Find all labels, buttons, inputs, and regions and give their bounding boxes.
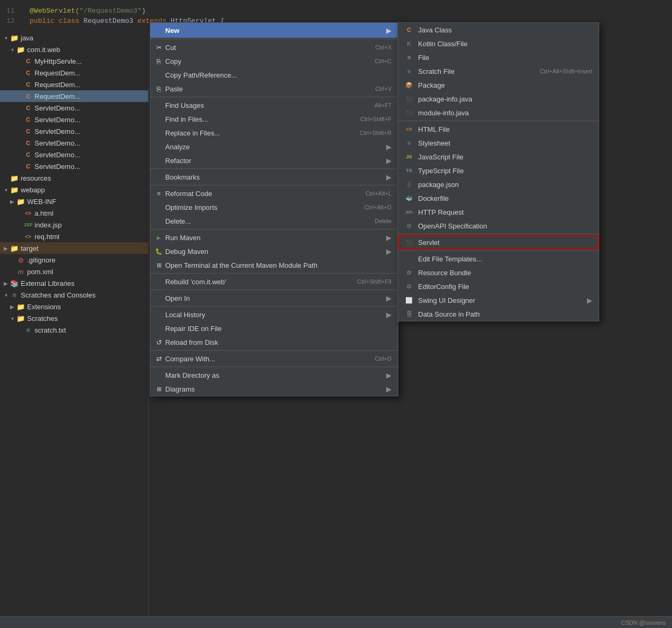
submenu-item-scratch-file[interactable]: ≡ Scratch File Ctrl+Alt+Shift+Insert [398, 64, 599, 78]
submenu-item-dockerfile[interactable]: 🐳 Dockerfile [398, 191, 599, 205]
submenu-item-html-file[interactable]: <> HTML File [398, 122, 599, 136]
menu-item-analyze[interactable]: Analyze ▶ [150, 140, 398, 154]
menu-item-rebuild[interactable]: Rebuild 'com.it.web' Ctrl+Shift+F9 [150, 275, 398, 288]
menu-label-refactor: Refactor [165, 157, 384, 165]
submenu-item-ts-file[interactable]: TS TypeScript File [398, 164, 599, 177]
menu-label-compare-with: Compare With... [165, 355, 371, 363]
menu-arrow-debug-maven: ▶ [386, 248, 392, 256]
tree-item-scratches-consoles[interactable]: ▾ ≡ Scratches and Consoles [0, 289, 148, 301]
bottom-credit: CSDN @srevens [621, 619, 666, 626]
tree-item-gitignore[interactable]: ⊘ .gitignore [0, 254, 148, 266]
tree-item-java[interactable]: ▾ 📁 java [0, 32, 148, 44]
tree-item-servletdemo6[interactable]: C ServletDemo... [0, 160, 148, 172]
tree-item-servletdemo3[interactable]: C ServletDemo... [0, 125, 148, 137]
menu-label-find-in-files: Find in Files... [165, 115, 356, 123]
menu-item-bookmarks[interactable]: Bookmarks ▶ [150, 170, 398, 184]
tree-item-index-jsp[interactable]: JSP index.jsp [0, 219, 148, 231]
txt-icon-scratch: ≡ [23, 326, 33, 334]
menu-item-optimize[interactable]: Optimize Imports Ctrl+Alt+O [150, 200, 398, 214]
tree-item-extensions[interactable]: ▶ 📁 Extensions [0, 301, 148, 312]
submenu-item-edit-templates[interactable]: Edit File Templates... [398, 252, 599, 266]
tree-item-external-libraries[interactable]: ▶ 📚 External Libraries [0, 277, 148, 289]
submenu-item-file[interactable]: ≡ File [398, 50, 599, 64]
menu-item-compare-with[interactable]: ⇄ Compare With... Ctrl+D [150, 352, 398, 366]
tree-item-a-html[interactable]: <> a.html [0, 207, 148, 219]
tree-item-target[interactable]: ▶ 📁 target [0, 242, 148, 254]
submenu-item-datasource[interactable]: 🗄 Data Source in Path [398, 307, 599, 321]
submenu-item-editorconfig[interactable]: ⚙ EditorConfig File [398, 279, 599, 293]
submenu-item-http-request[interactable]: API HTTP Request [398, 205, 599, 219]
submenu-label-package-info: package-info.java [418, 95, 592, 103]
tree-item-scratches[interactable]: ▾ 📁 Scratches [0, 312, 148, 324]
menu-item-reformat[interactable]: ≡ Reformat Code Ctrl+Alt+L [150, 186, 398, 200]
submenu-item-resource-bundle[interactable]: ⚙ Resource Bundle [398, 266, 599, 279]
folder-icon-webapp: 📁 [10, 186, 19, 194]
submenu-label-scratch-file: Scratch File [418, 67, 540, 75]
submenu-item-swing-ui[interactable]: ⬜ Swing UI Designer ▶ [398, 293, 599, 307]
package-json-icon: {} [403, 182, 415, 187]
submenu-item-servlet[interactable]: ⬛ Servlet [398, 235, 599, 249]
tree-item-myhttpservle[interactable]: C MyHttpServle... [0, 55, 148, 67]
tree-item-scratch-txt[interactable]: ≡ scratch.txt [0, 324, 148, 336]
tree-item-resources[interactable]: 📁 resources [0, 172, 148, 184]
menu-item-copy-path[interactable]: Copy Path/Reference... [150, 68, 398, 82]
tree-item-webapp[interactable]: ▾ 📁 webapp [0, 184, 148, 196]
menu-item-local-history[interactable]: Local History ▶ [150, 308, 398, 321]
tree-item-servletdemo2[interactable]: C ServletDemo... [0, 114, 148, 125]
menu-item-find-in-files[interactable]: Find in Files... Ctrl+Shift+F [150, 112, 398, 126]
submenu-item-js-file[interactable]: JS JavaScript File [398, 150, 599, 164]
menu-item-repair-ide[interactable]: Repair IDE on File [150, 321, 398, 335]
menu-item-open-terminal[interactable]: ⊞ Open Terminal at the Current Maven Mod… [150, 258, 398, 272]
tree-item-requestdem2[interactable]: C RequestDem... [0, 79, 148, 90]
submenu-item-package-info[interactable]: ⬛ package-info.java [398, 92, 599, 106]
submenu-item-module-info[interactable]: ⬛ module-info.java [398, 106, 599, 120]
tree-item-pom-xml[interactable]: m pom.xml [0, 266, 148, 277]
menu-item-run-maven[interactable]: ▶ Run Maven ▶ [150, 231, 398, 244]
menu-item-cut[interactable]: ✂ Cut Ctrl+X [150, 40, 398, 54]
menu-arrow-open-in: ▶ [386, 294, 392, 302]
menu-label-new: New [165, 27, 384, 35]
open-terminal-icon: ⊞ [155, 262, 163, 269]
menu-item-replace-in-files[interactable]: Replace in Files... Ctrl+Shift+R [150, 126, 398, 140]
menu-item-reload[interactable]: ↺ Reload from Disk [150, 335, 398, 349]
label-myhttpservle: MyHttpServle... [35, 57, 82, 65]
submenu-item-stylesheet[interactable]: ≡ Stylesheet [398, 136, 599, 150]
package-icon: 📦 [403, 82, 415, 89]
menu-item-refactor[interactable]: Refactor ▶ [150, 154, 398, 167]
label-webapp: webapp [21, 186, 45, 194]
line-number-12: 12 [6, 17, 17, 25]
submenu-item-openapi[interactable]: ⊕ OpenAPI Specification [398, 219, 599, 233]
label-resources: resources [21, 174, 51, 182]
menu-item-paste[interactable]: ⎘ Paste Ctrl+V [150, 82, 398, 96]
tree-item-requestdem3[interactable]: C RequestDem... [0, 90, 148, 102]
menu-item-open-in[interactable]: Open In ▶ [150, 291, 398, 305]
tree-item-servletdemo1[interactable]: C ServletDemo... [0, 102, 148, 114]
submenu-item-kotlin-class[interactable]: K Kotlin Class/File [398, 37, 599, 50]
menu-item-diagrams[interactable]: ⊞ Diagrams ▶ [150, 382, 398, 396]
submenu-item-package[interactable]: 📦 Package [398, 78, 599, 92]
menu-item-debug-maven[interactable]: 🐛 Debug Maven ▶ [150, 244, 398, 258]
menu-label-optimize: Optimize Imports [165, 203, 360, 211]
tree-item-req-html[interactable]: <> req.html [0, 231, 148, 242]
menu-label-analyze: Analyze [165, 143, 384, 151]
menu-item-new[interactable]: New ▶ [150, 23, 398, 38]
tree-item-web-inf[interactable]: ▶ 📁 WEB-INF [0, 196, 148, 207]
tree-item-servletdemo4[interactable]: C ServletDemo... [0, 137, 148, 149]
label-scratch-txt: scratch.txt [35, 326, 66, 334]
xml-icon-pom: m [16, 268, 25, 276]
tree-item-requestdem1[interactable]: C RequestDem... [0, 67, 148, 79]
menu-arrow-local-history: ▶ [386, 311, 392, 319]
menu-item-delete[interactable]: Delete... Delete [150, 214, 398, 228]
tree-item-servletdemo5[interactable]: C ServletDemo... [0, 149, 148, 160]
menu-item-mark-directory[interactable]: Mark Directory as ▶ [150, 368, 398, 382]
tree-item-com-it-web[interactable]: ▾ 📁 com.it.web [0, 44, 148, 55]
submenu-item-java-class[interactable]: C Java Class [398, 23, 599, 37]
submenu-item-package-json[interactable]: {} package.json [398, 177, 599, 191]
menu-label-copy-path: Copy Path/Reference... [165, 71, 392, 79]
menu-arrow-run-maven: ▶ [386, 234, 392, 242]
menu-item-copy[interactable]: ⎘ Copy Ctrl+C [150, 54, 398, 68]
submenu-label-kotlin-class: Kotlin Class/File [418, 40, 592, 48]
menu-item-find-usages[interactable]: Find Usages Alt+F7 [150, 98, 398, 112]
openapi-icon: ⊕ [403, 222, 415, 230]
submenu-label-openapi: OpenAPI Specification [418, 222, 592, 230]
